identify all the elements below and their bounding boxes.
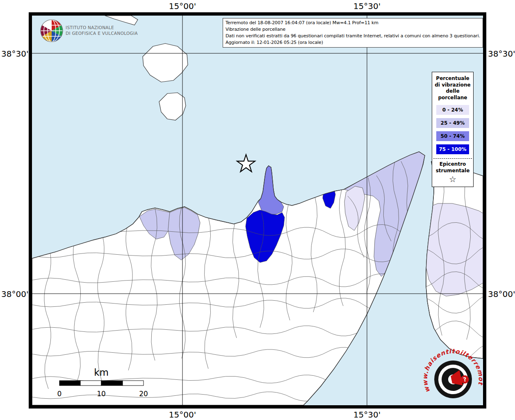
info-effect-line: Vibrazione delle porcellane bbox=[226, 26, 480, 33]
axis-label-right-upper: 38°30' bbox=[488, 49, 515, 59]
info-event-line: Terremoto del 18-08-2007 16:04:07 (ora l… bbox=[226, 20, 480, 26]
scale-tick-20: 20 bbox=[139, 390, 148, 398]
map-screenshot: 15°00' 15°30' 15°00' 15°30' 38°30' 38°00… bbox=[0, 0, 515, 420]
aeolian-island-south bbox=[159, 93, 186, 120]
legend-swatch-50-74: 50 - 74% bbox=[436, 131, 469, 141]
axis-label-left-upper: 38°30' bbox=[1, 49, 28, 59]
axis-label-top-right: 15°30' bbox=[353, 1, 381, 11]
epicenter-star bbox=[237, 155, 255, 172]
epicenter-star-icon: ☆ bbox=[432, 174, 473, 187]
ingv-name-line2: DI GEOFISICA E VULCANOLOGIA bbox=[66, 31, 138, 36]
ingv-logo: ISTITUTO NAZIONALE DI GEOFISICA E VULCAN… bbox=[39, 18, 146, 45]
legend-label-75-100: 75 - 100% bbox=[439, 146, 466, 152]
legend-title: Percentuale di vibrazione delle porcella… bbox=[432, 72, 473, 102]
axis-label-bottom-right: 15°30' bbox=[353, 410, 381, 420]
legend-epicenter-label: Epicentro strumentale bbox=[432, 160, 473, 174]
legend-label-25-49: 25 - 49% bbox=[441, 120, 465, 126]
scale-tick-0: 0 bbox=[57, 390, 62, 398]
axis-label-left-lower: 38°00' bbox=[1, 289, 28, 299]
axis-label-right-lower: 38°00' bbox=[488, 289, 515, 299]
legend-swatch-75-100: 75 - 100% bbox=[436, 144, 469, 154]
ingv-logo-svg: ISTITUTO NAZIONALE DI GEOFISICA E VULCAN… bbox=[39, 18, 146, 43]
legend-separator bbox=[433, 158, 472, 159]
info-disclaimer: Dati non verificati estratti da 96 quest… bbox=[226, 33, 480, 39]
map-canvas: km 0 10 20 ? bbox=[32, 16, 483, 405]
legend-label-0-24: 0 - 24% bbox=[442, 107, 463, 113]
map-svg: km 0 10 20 ? bbox=[32, 16, 483, 405]
aeolian-island-north bbox=[143, 43, 188, 82]
earthquake-info-box: Terremoto del 18-08-2007 16:04:07 (ora l… bbox=[223, 18, 483, 48]
intensity-region-calabria-0-24 bbox=[423, 203, 483, 296]
legend-box: Percentuale di vibrazione delle porcella… bbox=[432, 72, 474, 187]
legend-swatch-25-49: 25 - 49% bbox=[436, 118, 469, 128]
ingv-globe-icon bbox=[41, 20, 63, 42]
axis-label-bottom-left: 15°00' bbox=[169, 410, 196, 420]
info-updated-line: Aggiornato il: 12-01-2026 05:25 (ora loc… bbox=[226, 39, 480, 46]
scale-tick-10: 10 bbox=[97, 390, 106, 398]
intensity-region-milazzo-50-74 bbox=[258, 166, 284, 215]
axis-label-top-left: 15°00' bbox=[169, 1, 196, 11]
scale-bar-unit: km bbox=[94, 367, 109, 378]
ingv-name-line1: ISTITUTO NAZIONALE bbox=[66, 25, 114, 30]
legend-label-50-74: 50 - 74% bbox=[441, 133, 465, 139]
map-frame: km 0 10 20 ? bbox=[29, 12, 486, 409]
legend-swatch-0-24: 0 - 24% bbox=[436, 105, 469, 115]
